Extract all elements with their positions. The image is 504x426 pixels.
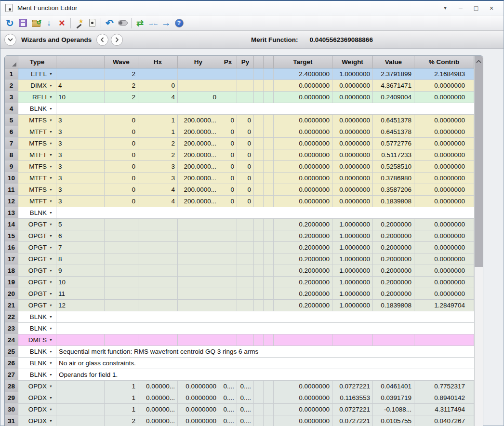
cell-value[interactable]: 0.0461401 (373, 381, 414, 392)
cell-b1[interactable] (254, 115, 264, 126)
cell-hy[interactable] (178, 277, 219, 288)
step-forward-button[interactable]: → (159, 17, 172, 29)
cell-hy[interactable]: 200.0000... (178, 173, 219, 184)
cell-contrib[interactable]: 0.0000000 (414, 196, 474, 207)
cell-px[interactable]: 0 (219, 196, 237, 207)
row-number[interactable]: 29 (5, 392, 18, 403)
cell-wave[interactable]: 0 (105, 126, 138, 137)
cell-contrib[interactable]: 0.0000000 (414, 92, 474, 103)
cell-wave[interactable]: 2 (105, 415, 138, 426)
cell-contrib[interactable]: 0.0000000 (414, 138, 474, 149)
cell-b2[interactable] (264, 184, 274, 195)
cell-target[interactable]: 0.0000000 (274, 404, 332, 415)
cell-px[interactable] (219, 300, 237, 311)
cell-hy[interactable]: 0.0000000 (178, 404, 219, 415)
cell-b1[interactable] (254, 277, 264, 288)
cell-value[interactable]: 0.3786980 (373, 173, 414, 184)
cell-hx[interactable]: 1 (138, 115, 178, 126)
close-button[interactable]: × (485, 3, 498, 13)
cell-py[interactable] (237, 300, 254, 311)
cell-py[interactable] (237, 242, 254, 253)
cell-p1[interactable]: 6 (56, 230, 105, 241)
cell-wave[interactable]: 1 (105, 381, 138, 392)
cell-b1[interactable] (254, 288, 264, 299)
cell-value[interactable]: 0.1839808 (373, 196, 414, 207)
expand-wizards-button[interactable] (4, 34, 16, 46)
load-button[interactable]: ↺ (29, 17, 42, 29)
operand-type-dropdown[interactable]: OPDX▼ (18, 415, 56, 426)
cell-py[interactable]: 0 (237, 161, 254, 172)
cell-wave[interactable] (105, 219, 138, 230)
vertical-scrollbar[interactable] (474, 56, 483, 426)
cell-target[interactable]: 0.2000000 (274, 253, 332, 265)
cell-hx[interactable]: 3 (138, 161, 178, 172)
cell-weight[interactable]: 0.0000000 (332, 149, 373, 160)
cell-px[interactable] (219, 80, 237, 91)
row-number[interactable]: 6 (5, 126, 18, 137)
cell-b1[interactable] (254, 126, 264, 137)
cell-p1[interactable]: 3 (56, 149, 105, 160)
cell-wave[interactable]: 0 (105, 161, 138, 172)
cell-value[interactable]: 0.2409004 (373, 92, 414, 103)
cell-contrib[interactable]: 2.1684983 (414, 68, 474, 80)
cell-hx[interactable] (138, 300, 178, 311)
cell-p1[interactable]: 3 (56, 161, 105, 172)
cell-py[interactable]: 0.... (237, 381, 254, 392)
cell-py[interactable]: 0 (237, 173, 254, 184)
cell-target[interactable]: 0.0000000 (274, 126, 332, 137)
cell-py[interactable]: 0 (237, 149, 254, 160)
operand-type-dropdown[interactable]: OPDX▼ (18, 404, 56, 415)
row-number[interactable]: 28 (5, 381, 18, 392)
cell-px[interactable] (219, 277, 237, 288)
properties-button[interactable] (86, 17, 99, 29)
wizard-button[interactable]: ★ (73, 17, 86, 29)
cell-wave[interactable]: 0 (105, 138, 138, 149)
cell-hy[interactable]: 200.0000... (178, 161, 219, 172)
cell-weight[interactable]: 0.0727221 (332, 404, 373, 415)
cell-p1[interactable] (56, 415, 105, 426)
cell-hx[interactable] (138, 334, 178, 346)
cell-target[interactable] (274, 334, 332, 346)
cell-p1[interactable]: 3 (56, 196, 105, 207)
cell-p1[interactable]: 8 (56, 253, 105, 265)
cell-wave[interactable]: 2 (105, 92, 138, 103)
operand-type-dropdown[interactable]: OPDX▼ (18, 381, 56, 392)
cell-target[interactable]: 0.0000000 (274, 92, 332, 103)
cell-py[interactable]: 0 (237, 184, 254, 195)
cell-p1[interactable]: 10 (56, 277, 105, 288)
cell-wave[interactable] (105, 230, 138, 241)
cell-target[interactable]: 0.0000000 (274, 149, 332, 160)
window-menu-button[interactable]: ▾ (439, 3, 451, 13)
cell-contrib[interactable]: 0.0000000 (414, 242, 474, 253)
cell-weight[interactable]: 0.0000000 (332, 161, 373, 172)
cell-py[interactable]: 0 (237, 115, 254, 126)
cell-value[interactable]: 0.6451378 (373, 115, 414, 126)
cell-hx[interactable] (138, 277, 178, 288)
cell-b1[interactable] (254, 392, 264, 403)
cell-b1[interactable] (254, 149, 264, 160)
cell-b2[interactable] (264, 115, 274, 126)
cell-hy[interactable]: 200.0000... (178, 196, 219, 207)
cell-p1[interactable]: 9 (56, 265, 105, 276)
cell-b1[interactable] (254, 230, 264, 241)
row-number[interactable]: 9 (5, 161, 18, 172)
cell-value[interactable]: 0.0105755 (373, 415, 414, 426)
cell-p1[interactable]: 3 (56, 126, 105, 137)
cell-hx[interactable] (138, 253, 178, 265)
cell-p1[interactable]: 5 (56, 219, 105, 230)
cell-weight[interactable]: 0.0000000 (332, 115, 373, 126)
cell-hx[interactable]: 2 (138, 138, 178, 149)
row-number[interactable]: 30 (5, 404, 18, 415)
cell-b2[interactable] (264, 196, 274, 207)
cell-p1[interactable]: 3 (56, 115, 105, 126)
cell-weight[interactable]: 1.0000000 (332, 68, 373, 80)
cell-p1[interactable]: 3 (56, 173, 105, 184)
cell-hy[interactable] (178, 288, 219, 299)
cell-hy[interactable] (178, 80, 219, 91)
cell-hy[interactable] (178, 219, 219, 230)
cell-value[interactable]: 0.5258510 (373, 161, 414, 172)
cell-contrib[interactable]: 0.0000000 (414, 161, 474, 172)
cell-hy[interactable]: 200.0000... (178, 126, 219, 137)
cell-py[interactable]: 0 (237, 196, 254, 207)
cell-b1[interactable] (254, 404, 264, 415)
